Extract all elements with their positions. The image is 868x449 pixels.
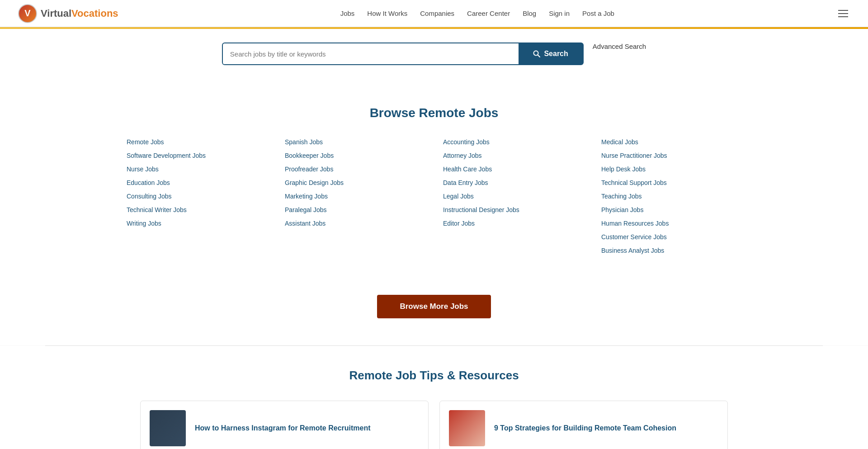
nav-link-blog[interactable]: Blog xyxy=(523,9,536,17)
job-link-teaching-jobs[interactable]: Teaching Jobs xyxy=(601,193,741,200)
jobs-column-1: Spanish JobsBookkeeper JobsProofreader J… xyxy=(276,138,434,254)
job-link-health-care-jobs[interactable]: Health Care Jobs xyxy=(443,165,583,173)
logo[interactable]: V VirtualVocations xyxy=(18,4,118,23)
resource-text-1: 9 Top Strategies for Building Remote Tea… xyxy=(494,424,676,432)
job-link-technical-writer-jobs[interactable]: Technical Writer Jobs xyxy=(127,206,267,213)
main-nav: JobsHow It WorksCompaniesCareer CenterBl… xyxy=(340,9,614,18)
job-link-graphic-design-jobs[interactable]: Graphic Design Jobs xyxy=(285,179,425,186)
job-link-legal-jobs[interactable]: Legal Jobs xyxy=(443,193,583,200)
jobs-grid: Remote JobsSoftware Development JobsNurs… xyxy=(118,138,750,254)
job-link-customer-service-jobs[interactable]: Customer Service Jobs xyxy=(601,233,741,241)
job-link-medical-jobs[interactable]: Medical Jobs xyxy=(601,138,741,146)
job-link-editor-jobs[interactable]: Editor Jobs xyxy=(443,220,583,227)
nav-link-jobs[interactable]: Jobs xyxy=(340,9,355,17)
job-link-paralegal-jobs[interactable]: Paralegal Jobs xyxy=(285,206,425,213)
jobs-column-0: Remote JobsSoftware Development JobsNurs… xyxy=(118,138,276,254)
search-section: Search Advanced Search xyxy=(0,29,868,83)
browse-heading: Browse Remote Jobs xyxy=(45,106,823,120)
job-link-remote-jobs[interactable]: Remote Jobs xyxy=(127,138,267,146)
nav-link-companies[interactable]: Companies xyxy=(420,9,454,17)
resource-img-1 xyxy=(449,410,485,446)
job-link-proofreader-jobs[interactable]: Proofreader Jobs xyxy=(285,165,425,173)
job-link-writing-jobs[interactable]: Writing Jobs xyxy=(127,220,267,227)
logo-text: VirtualVocations xyxy=(41,8,118,19)
logo-icon: V xyxy=(18,4,37,23)
resource-img-0 xyxy=(150,410,186,446)
resources-section: Remote Job Tips & Resources How to Harne… xyxy=(0,346,868,449)
resource-card-1: 9 Top Strategies for Building Remote Tea… xyxy=(439,401,728,449)
resource-text-0: How to Harness Instagram for Remote Recr… xyxy=(195,424,371,432)
resources-grid: How to Harness Instagram for Remote Recr… xyxy=(140,401,728,449)
job-link-nurse-practitioner-jobs[interactable]: Nurse Practitioner Jobs xyxy=(601,152,741,159)
job-link-human-resources-jobs[interactable]: Human Resources Jobs xyxy=(601,220,741,227)
search-icon xyxy=(533,50,540,57)
browse-more-section: Browse More Jobs xyxy=(0,281,868,345)
browse-more-button[interactable]: Browse More Jobs xyxy=(377,295,491,318)
browse-section: Browse Remote Jobs Remote JobsSoftware D… xyxy=(0,83,868,281)
job-link-instructional-designer-jobs[interactable]: Instructional Designer Jobs xyxy=(443,206,583,213)
advanced-search-link[interactable]: Advanced Search xyxy=(593,43,646,65)
job-link-education-jobs[interactable]: Education Jobs xyxy=(127,179,267,186)
job-link-assistant-jobs[interactable]: Assistant Jobs xyxy=(285,220,425,227)
job-link-physician-jobs[interactable]: Physician Jobs xyxy=(601,206,741,213)
nav-link-sign-in[interactable]: Sign in xyxy=(549,9,570,17)
job-link-spanish-jobs[interactable]: Spanish Jobs xyxy=(285,138,425,146)
search-box: Search xyxy=(222,43,584,65)
search-button[interactable]: Search xyxy=(519,43,582,64)
jobs-column-2: Accounting JobsAttorney JobsHealth Care … xyxy=(434,138,592,254)
job-link-business-analyst-jobs[interactable]: Business Analyst Jobs xyxy=(601,247,741,254)
nav-link-how-it-works[interactable]: How It Works xyxy=(367,9,407,17)
resource-link-1[interactable]: 9 Top Strategies for Building Remote Tea… xyxy=(494,424,676,432)
hamburger-menu[interactable] xyxy=(836,8,850,19)
nav-link-post-a-job[interactable]: Post a Job xyxy=(582,9,614,17)
resource-card-0: How to Harness Instagram for Remote Recr… xyxy=(140,401,429,449)
job-link-software-development-jobs[interactable]: Software Development Jobs xyxy=(127,152,267,159)
jobs-column-3: Medical JobsNurse Practitioner JobsHelp … xyxy=(592,138,750,254)
job-link-technical-support-jobs[interactable]: Technical Support Jobs xyxy=(601,179,741,186)
job-link-accounting-jobs[interactable]: Accounting Jobs xyxy=(443,138,583,146)
job-link-bookkeeper-jobs[interactable]: Bookkeeper Jobs xyxy=(285,152,425,159)
job-link-marketing-jobs[interactable]: Marketing Jobs xyxy=(285,193,425,200)
resources-heading: Remote Job Tips & Resources xyxy=(45,369,823,383)
header: V VirtualVocations JobsHow It WorksCompa… xyxy=(0,0,868,27)
resource-link-0[interactable]: How to Harness Instagram for Remote Recr… xyxy=(195,424,371,432)
nav-link-career-center[interactable]: Career Center xyxy=(467,9,510,17)
job-link-nurse-jobs[interactable]: Nurse Jobs xyxy=(127,165,267,173)
svg-line-1 xyxy=(538,55,540,57)
job-link-attorney-jobs[interactable]: Attorney Jobs xyxy=(443,152,583,159)
job-link-help-desk-jobs[interactable]: Help Desk Jobs xyxy=(601,165,741,173)
job-link-data-entry-jobs[interactable]: Data Entry Jobs xyxy=(443,179,583,186)
job-link-consulting-jobs[interactable]: Consulting Jobs xyxy=(127,193,267,200)
search-input[interactable] xyxy=(223,44,519,64)
